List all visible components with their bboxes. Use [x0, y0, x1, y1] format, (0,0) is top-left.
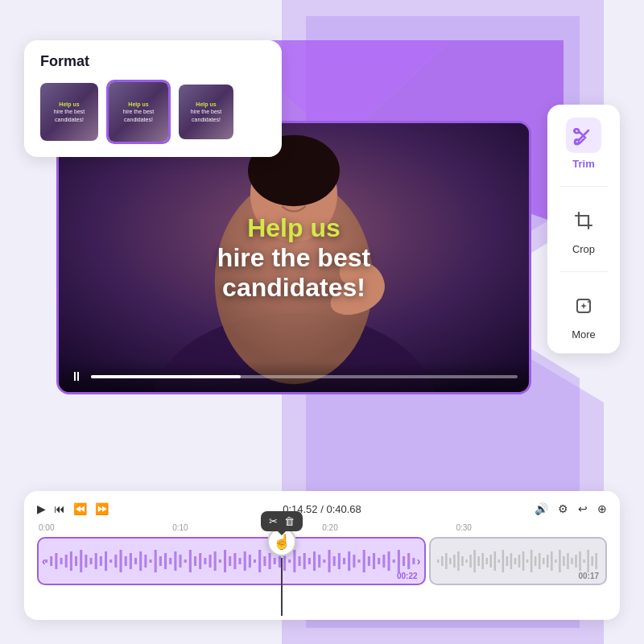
svg-rect-22: [95, 553, 97, 569]
svg-rect-28: [125, 556, 127, 566]
skip-back-button[interactable]: ⏮: [54, 502, 65, 515]
svg-rect-63: [299, 556, 301, 566]
timeline-ruler: 0:00 0:10 0:20 0:30 0:40: [37, 523, 607, 532]
svg-rect-110: [530, 550, 532, 572]
svg-rect-27: [120, 550, 122, 572]
waveform-svg-active: [45, 545, 418, 577]
timeline-track-area: ✂ 🗑 ☝ ‹: [37, 537, 607, 585]
svg-rect-68: [323, 559, 325, 563]
svg-rect-93: [461, 556, 464, 566]
svg-rect-80: [382, 555, 385, 568]
svg-rect-74: [353, 555, 355, 568]
svg-rect-115: [551, 551, 553, 571]
svg-rect-13: [50, 556, 52, 566]
format-title: Format: [40, 53, 266, 70]
svg-rect-99: [485, 558, 488, 564]
svg-rect-40: [184, 559, 187, 563]
svg-rect-113: [542, 558, 544, 564]
timeline-tracks: ‹: [37, 537, 607, 585]
svg-rect-48: [224, 550, 226, 572]
toolbar-item-more[interactable]: More: [566, 288, 601, 341]
svg-rect-41: [189, 550, 192, 572]
svg-rect-97: [477, 556, 480, 566]
headline-yellow: Help us: [247, 213, 341, 242]
more-label: More: [572, 328, 596, 341]
right-toolbar: Trim Crop More: [547, 105, 620, 353]
crop-icon: [572, 209, 595, 232]
zoom-in-button[interactable]: ⊕: [597, 502, 607, 515]
pause-button[interactable]: ⏸: [70, 369, 83, 384]
progress-bar[interactable]: [91, 375, 518, 378]
svg-rect-21: [90, 558, 93, 564]
svg-rect-89: [445, 553, 448, 569]
svg-rect-39: [180, 555, 182, 568]
svg-rect-77: [368, 556, 370, 566]
play-button[interactable]: ▶: [37, 502, 46, 515]
waveform-svg-inactive: [437, 545, 600, 577]
svg-rect-111: [534, 556, 536, 566]
svg-rect-83: [398, 550, 400, 572]
track-segment-inactive[interactable]: 00:17: [429, 537, 608, 585]
scissors-icon: [572, 124, 595, 147]
svg-rect-56: [263, 556, 266, 566]
svg-rect-108: [522, 551, 524, 571]
svg-rect-101: [493, 551, 496, 571]
ruler-mark-10: 0:10: [172, 523, 188, 532]
svg-rect-73: [348, 551, 350, 571]
svg-rect-37: [169, 558, 171, 564]
svg-rect-96: [473, 550, 476, 572]
svg-rect-24: [105, 551, 107, 571]
svg-rect-107: [518, 555, 520, 568]
toolbar-item-trim[interactable]: Trim: [566, 118, 601, 170]
svg-rect-103: [502, 550, 504, 572]
svg-rect-23: [100, 556, 102, 566]
playhead[interactable]: ☝: [267, 527, 296, 616]
undo-button[interactable]: ↩: [578, 502, 588, 515]
volume-button[interactable]: 🔊: [535, 502, 548, 515]
svg-rect-109: [526, 559, 528, 563]
svg-rect-117: [559, 550, 561, 572]
svg-rect-20: [85, 555, 87, 568]
svg-rect-38: [174, 551, 176, 571]
svg-rect-14: [55, 553, 57, 569]
svg-rect-124: [587, 550, 589, 572]
playhead-line: [281, 558, 283, 616]
svg-rect-67: [318, 555, 320, 568]
fast-forward-button[interactable]: ⏩: [95, 502, 109, 515]
svg-rect-76: [363, 550, 365, 572]
svg-rect-75: [358, 559, 361, 563]
svg-point-0: [575, 129, 579, 133]
track-segment-active[interactable]: ‹: [37, 537, 426, 585]
svg-rect-84: [402, 556, 405, 566]
svg-rect-94: [465, 559, 468, 563]
svg-rect-19: [80, 550, 82, 572]
crop-icon-container: [566, 203, 601, 238]
svg-rect-55: [258, 550, 261, 572]
svg-rect-112: [538, 553, 540, 569]
delete-popup-icon[interactable]: 🗑: [284, 515, 295, 527]
format-thumb-1[interactable]: Help ushire the bestcandidates!: [40, 83, 98, 141]
toolbar-item-crop[interactable]: Crop: [566, 203, 601, 255]
format-thumb-3[interactable]: Help ushire the bestcandidates!: [179, 85, 233, 139]
rewind-button[interactable]: ⏪: [73, 502, 87, 515]
more-icon-container: [566, 288, 601, 324]
video-controls: ⏸: [59, 361, 529, 392]
inactive-track-time: 00:17: [578, 572, 599, 580]
svg-rect-122: [579, 551, 581, 571]
thumb-text-2: Help ushire the bestcandidates!: [123, 101, 155, 122]
format-thumb-2[interactable]: Help ushire the bestcandidates!: [106, 80, 171, 144]
track-arrow-left[interactable]: ‹: [42, 555, 46, 568]
svg-rect-86: [412, 558, 415, 564]
svg-rect-64: [303, 553, 306, 569]
svg-rect-16: [65, 555, 68, 568]
svg-rect-88: [441, 556, 444, 566]
track-arrow-right[interactable]: ›: [417, 555, 421, 568]
scissors-popup-icon[interactable]: ✂: [269, 515, 278, 527]
svg-rect-45: [209, 555, 212, 568]
settings-button[interactable]: ⚙: [558, 502, 568, 515]
toolbar-divider-2: [559, 271, 608, 272]
progress-fill: [91, 375, 241, 378]
svg-rect-46: [214, 551, 217, 571]
svg-rect-125: [591, 556, 593, 566]
svg-rect-78: [373, 553, 375, 569]
